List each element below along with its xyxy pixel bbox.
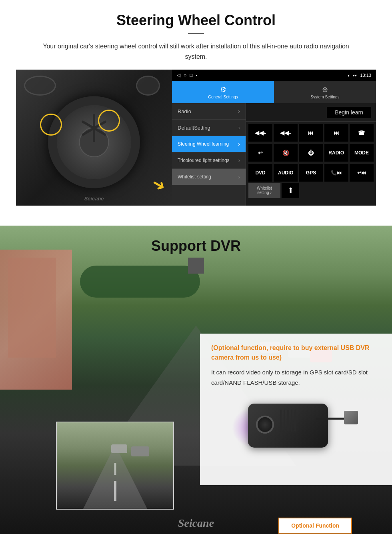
prev-track-button[interactable]: ⏮: [299, 124, 323, 142]
statusbar-left-icons: ◁ ○ □ ▪: [177, 72, 197, 78]
vol-down-button[interactable]: ◀◀−: [274, 124, 298, 142]
audio-button[interactable]: AUDIO: [274, 164, 298, 182]
info-text: It can record video only to storage in G…: [211, 367, 381, 388]
menu-arrow-steering: ›: [238, 141, 240, 147]
dash-cam-thumbnail: [56, 422, 174, 510]
menu-item-tricoloured-label: Tricoloured light settings: [178, 158, 230, 163]
android-statusbar: ◁ ○ □ ▪ ▾ ▾▾ 13:13: [172, 70, 376, 81]
system-settings-icon: ⊕: [322, 85, 328, 94]
whitelist-row: Whitelist setting › ⬆: [246, 183, 376, 200]
general-settings-icon: ⚙: [220, 85, 226, 94]
menu-item-default-setting[interactable]: DefaultSetting ›: [172, 120, 246, 136]
menu-item-default-label: DefaultSetting: [178, 125, 210, 131]
steering-wheel-photo: ➜ Seicane: [16, 70, 172, 206]
phone-button[interactable]: ☎: [350, 124, 374, 142]
menu-item-whitelist-label: Whitelist setting: [178, 174, 211, 180]
menu-arrow-whitelist: ›: [238, 174, 240, 180]
section1-title: Steering Wheel Control: [16, 12, 376, 29]
menu-item-steering-wheel[interactable]: Steering Wheel learning ›: [172, 136, 246, 152]
menu-icon[interactable]: □: [190, 72, 192, 78]
highlight-circle-left: [40, 114, 62, 136]
dvr-title: Support DVR: [0, 238, 392, 254]
menu-area: Radio › DefaultSetting › Steering Wheel …: [172, 103, 376, 206]
optional-title: (Optional function, require to buy exter…: [211, 343, 381, 362]
control-buttons-row2: ↩ 🔇 ⏻ RADIO MODE: [246, 144, 376, 164]
wifi-icon: ▾▾: [353, 73, 357, 78]
menu-item-radio[interactable]: Radio ›: [172, 103, 246, 120]
optional-function-button[interactable]: Optional Function: [278, 518, 352, 534]
back-icon[interactable]: ◁: [177, 72, 180, 78]
signal-icon: ▾: [348, 73, 350, 78]
call-next-button[interactable]: ↩⏭: [350, 164, 374, 182]
screenshot-area: ➜ Seicane ◁ ○ □ ▪ ▾ ▾▾ 13:13: [16, 70, 376, 206]
dvr-camera-illustration: [211, 396, 381, 476]
dvr-section-content: Support DVR (Optional function, require …: [0, 226, 392, 534]
menu-arrow-radio: ›: [238, 108, 240, 114]
section1-subtitle: Your original car's steering wheel contr…: [32, 41, 360, 62]
tab-general-label: General Settings: [208, 95, 238, 99]
section1-divider: [188, 33, 204, 34]
menu-item-whitelist[interactable]: Whitelist setting ›: [172, 169, 246, 185]
begin-learn-button[interactable]: Begin learn: [327, 107, 371, 118]
upload-button[interactable]: ⬆: [282, 183, 299, 198]
tab-system-settings[interactable]: ⊕ System Settings: [274, 81, 376, 103]
menu-list: Radio › DefaultSetting › Steering Wheel …: [172, 103, 246, 206]
apps-icon[interactable]: ▪: [196, 73, 198, 78]
steering-wheel-section: Steering Wheel Control Your original car…: [0, 0, 392, 226]
radio-button[interactable]: RADIO: [324, 144, 348, 162]
menu-arrow-default: ›: [238, 124, 240, 131]
dvr-section: Support DVR (Optional function, require …: [0, 226, 392, 534]
hang-up-button[interactable]: ↩: [248, 144, 272, 162]
info-box: (Optional function, require to buy exter…: [200, 334, 392, 485]
menu-arrow-tricoloured: ›: [238, 157, 240, 164]
mode-button[interactable]: MODE: [350, 144, 374, 162]
menu-item-steering-label: Steering Wheel learning: [178, 141, 229, 147]
control-buttons-row1: ◀◀+ ◀◀− ⏮ ⏭ ☎: [246, 122, 376, 144]
statusbar-right-icons: ▾ ▾▾ 13:13: [348, 73, 371, 78]
camera-vents: [280, 410, 296, 432]
control-buttons-row3: DVD AUDIO GPS 📞⏮ ↩⏭: [246, 164, 376, 183]
usb-connector: [344, 411, 358, 424]
photo-watermark: Seicane: [84, 196, 104, 202]
begin-learn-row: Begin learn: [246, 103, 376, 122]
android-panel: ◁ ○ □ ▪ ▾ ▾▾ 13:13 ⚙ General Settings: [172, 70, 376, 206]
seicane-watermark: Seicane: [178, 517, 214, 530]
dvr-header: Support DVR: [0, 226, 392, 278]
camera-lens: [256, 416, 274, 434]
menu-item-tricoloured[interactable]: Tricoloured light settings ›: [172, 152, 246, 169]
highlight-circle-right: [98, 110, 120, 132]
call-prev-button[interactable]: 📞⏮: [324, 164, 348, 182]
tab-general-settings[interactable]: ⚙ General Settings: [172, 81, 274, 103]
power-button[interactable]: ⏻: [299, 144, 323, 162]
next-track-button[interactable]: ⏭: [324, 124, 348, 142]
dvr-divider: [188, 258, 204, 274]
android-tabs: ⚙ General Settings ⊕ System Settings: [172, 81, 376, 103]
mute-button[interactable]: 🔇: [274, 144, 298, 162]
menu-item-radio-label: Radio: [178, 108, 191, 114]
camera-cable: [316, 418, 348, 420]
camera-device-container: [232, 396, 360, 476]
tab-system-label: System Settings: [310, 95, 339, 99]
whitelist-button[interactable]: Whitelist setting ›: [248, 183, 280, 198]
right-control-panel: Begin learn ◀◀+ ◀◀− ⏮ ⏭ ☎ ↩ 🔇 ⏻: [246, 103, 376, 206]
gps-button[interactable]: GPS: [299, 164, 323, 182]
vol-up-button[interactable]: ◀◀+: [248, 124, 272, 142]
time-display: 13:13: [360, 73, 371, 78]
home-icon[interactable]: ○: [184, 72, 186, 78]
dvd-button[interactable]: DVD: [248, 164, 272, 182]
camera-body: [248, 404, 328, 448]
